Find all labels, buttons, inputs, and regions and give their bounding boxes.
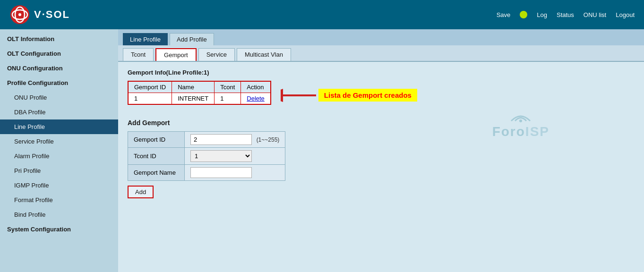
layout: OLT Information OLT Configuration ONU Co… — [0, 29, 644, 272]
gemport-info-title: Gemport Info(Line Profile:1) — [128, 69, 635, 76]
sidebar-item-dba-profile[interactable]: DBA Profile — [0, 105, 118, 119]
top-tabs: Line Profile Add Profile — [118, 29, 644, 45]
header-right: Save Log Status ONU list Logout — [497, 11, 635, 18]
sidebar-item-line-profile[interactable]: Line Profile — [0, 119, 118, 134]
svg-point-3 — [18, 13, 21, 16]
form-row-gemport-id: Gemport ID (1~~255) — [128, 132, 285, 148]
annotation-container: Lista de Gemport creados — [281, 86, 417, 105]
form-row-tcont-id: Tcont ID 1 2 3 — [128, 148, 285, 165]
add-gemport-form: Gemport ID (1~~255) Tcont ID 1 2 3 — [128, 131, 285, 181]
col-action: Action — [241, 81, 271, 93]
sidebar-item-pri-profile[interactable]: Pri Profile — [0, 163, 118, 178]
sidebar-item-system-configuration[interactable]: System Configuration — [0, 222, 118, 237]
logo-area: V·SOL — [9, 4, 70, 25]
tab-line-profile[interactable]: Line Profile — [123, 33, 168, 45]
header: V·SOL Save Log Status ONU list Logout — [0, 0, 644, 29]
gemport-name-input[interactable] — [190, 167, 252, 178]
table-row: 1 INTERNET 1 Delete — [128, 93, 271, 105]
sidebar-item-igmp-profile[interactable]: IGMP Profile — [0, 178, 118, 193]
sidebar-item-profile-configuration[interactable]: Profile Configuration — [0, 76, 118, 90]
gemport-table: Gemport ID Name Tcont Action 1 INTERNET … — [128, 81, 271, 105]
col-tcont: Tcont — [215, 81, 241, 93]
status-indicator — [520, 11, 527, 18]
value-gemport-name — [185, 165, 285, 181]
sidebar-item-service-profile[interactable]: Service Profile — [0, 134, 118, 149]
logout-link[interactable]: Logout — [616, 11, 635, 18]
annotation-label: Lista de Gemport creados — [318, 89, 417, 102]
tab-add-profile[interactable]: Add Profile — [170, 33, 214, 45]
sidebar-item-format-profile[interactable]: Format Profile — [0, 193, 118, 207]
cell-action[interactable]: Delete — [241, 93, 271, 105]
cell-tcont: 1 — [215, 93, 241, 105]
col-gemport-id: Gemport ID — [128, 81, 172, 93]
value-gemport-id: (1~~255) — [185, 132, 285, 148]
sidebar-item-alarm-profile[interactable]: Alarm Profile — [0, 149, 118, 163]
tab-multicast-vlan[interactable]: Multicast Vlan — [237, 48, 291, 61]
cell-name: INTERNET — [172, 93, 215, 105]
sidebar: OLT Information OLT Configuration ONU Co… — [0, 29, 118, 272]
tab-service[interactable]: Service — [198, 48, 235, 61]
arrow-icon — [281, 86, 318, 105]
tab-gemport[interactable]: Gemport — [155, 48, 197, 61]
form-row-gemport-name: Gemport Name — [128, 165, 285, 181]
sidebar-item-onu-profile[interactable]: ONU Profile — [0, 90, 118, 105]
status-link[interactable]: Status — [557, 11, 574, 18]
col-name: Name — [172, 81, 215, 93]
sub-tabs: Tcont Gemport Service Multicast Vlan — [118, 45, 644, 62]
sidebar-item-bind-profile[interactable]: Bind Profile — [0, 207, 118, 222]
sidebar-item-onu-configuration[interactable]: ONU Configuration — [0, 61, 118, 76]
save-label: Save — [497, 11, 511, 18]
value-tcont-id: 1 2 3 — [185, 148, 285, 165]
tcont-id-select[interactable]: 1 2 3 — [190, 150, 252, 162]
vsol-logo-icon — [9, 4, 30, 25]
add-button[interactable]: Add — [128, 186, 154, 198]
tab-tcont[interactable]: Tcont — [123, 48, 154, 61]
add-gemport-title: Add Gemport — [128, 119, 635, 127]
onu-list-link[interactable]: ONU list — [584, 11, 606, 18]
log-link[interactable]: Log — [537, 11, 547, 18]
sidebar-item-olt-information[interactable]: OLT Information — [0, 32, 118, 46]
label-gemport-name: Gemport Name — [128, 165, 185, 181]
logo-text: V·SOL — [34, 8, 70, 21]
label-tcont-id: Tcont ID — [128, 148, 185, 165]
main-content: Line Profile Add Profile Tcont Gemport S… — [118, 29, 644, 272]
cell-gemport-id: 1 — [128, 93, 172, 105]
label-gemport-id: Gemport ID — [128, 132, 185, 148]
delete-link[interactable]: Delete — [247, 95, 265, 102]
content-area: Gemport Info(Line Profile:1) Gemport ID … — [118, 62, 644, 205]
gemport-id-hint: (1~~255) — [257, 136, 280, 143]
sidebar-item-olt-configuration[interactable]: OLT Configuration — [0, 46, 118, 61]
gemport-id-input[interactable] — [190, 134, 252, 145]
